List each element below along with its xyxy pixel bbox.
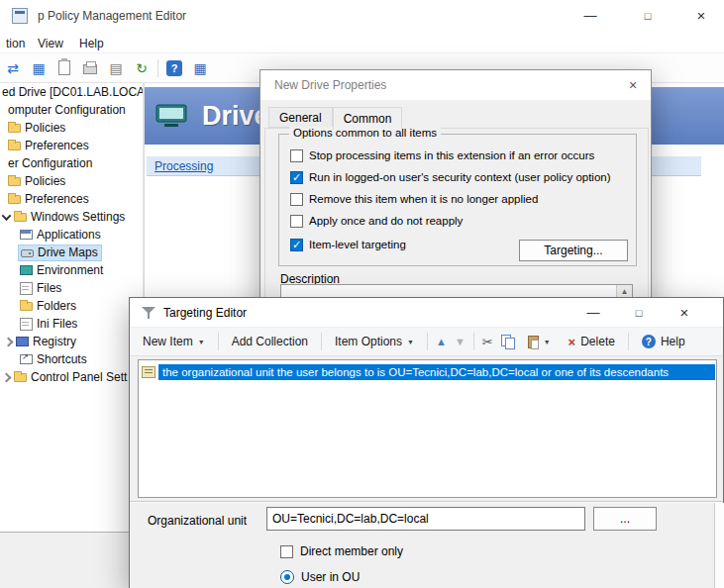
menu-action[interactable]: tion [0,35,31,52]
chevron-expanded-icon[interactable] [2,211,12,221]
maximize-button[interactable]: □ [624,298,654,328]
tree-item-label: Applications [37,228,101,242]
chevron-down-icon: ▼ [544,339,551,345]
dialog-titlebar[interactable]: Targeting Editor — □ × [130,298,723,328]
checkbox[interactable] [290,193,303,206]
navigation-arrows-icon[interactable]: ⇄ [3,58,23,78]
targeting-button[interactable]: Targeting... [519,240,628,261]
paste-button[interactable]: ▼ [523,333,556,351]
files-icon [20,282,33,295]
add-collection-label: Add Collection [232,335,308,348]
targeting-rule-row[interactable]: the organizational unit the user belongs… [142,363,715,381]
organizational-unit-input[interactable] [266,507,585,531]
tree-item-applications[interactable]: Applications [0,226,143,244]
export-list-icon[interactable]: ▦ [190,58,210,78]
cut-icon[interactable]: ✂ [482,335,493,349]
user-in-ou-option[interactable]: User in OU [280,570,360,584]
dialog-title: Targeting Editor [163,306,247,320]
registry-icon [16,337,29,346]
tree-item-windows-settings[interactable]: Windows Settings [0,208,143,226]
chevron-collapsed-icon[interactable] [4,337,14,346]
tree-item-files[interactable]: Files [0,279,143,297]
browse-ou-button[interactable]: ... [593,507,657,531]
add-collection-button[interactable]: Add Collection [227,332,313,351]
toolbar-separator [157,59,158,77]
tree-item-label: Ini Files [37,317,77,331]
folders-icon [20,302,33,311]
targeting-rules-list[interactable]: the organizational unit the user belongs… [138,359,717,498]
tree-item-user-configuration[interactable]: er Configuration [0,154,143,172]
tab-common[interactable]: Common [333,107,403,130]
tree-item-registry[interactable]: Registry [0,333,143,350]
radio-button[interactable] [280,570,294,584]
checkbox[interactable] [290,239,303,251]
tree-item-shortcuts[interactable]: Shortcuts [0,350,143,368]
rule-properties-panel: Organizational unit ... Direct member on… [130,503,723,588]
minimize-button[interactable]: — [568,0,613,32]
help-button[interactable]: ? Help [637,332,690,351]
tree-item-label: Drive Maps [38,245,98,259]
tree-item-label: Preferences [25,192,89,206]
folder-icon [8,195,21,204]
tree-item-computer-configuration[interactable]: omputer Configuration [0,101,143,119]
tree-item-drive-maps[interactable]: Drive Maps [0,244,143,261]
tree-item-label: Control Panel Sett [31,370,127,384]
checkbox[interactable] [290,171,303,184]
option-stop-processing[interactable]: Stop processing items in this extension … [290,148,594,162]
folder-icon [14,213,27,222]
refresh-icon[interactable]: ↻ [132,58,152,78]
tree-item-environment[interactable]: Environment [0,261,143,279]
close-button[interactable]: × [670,298,699,328]
bottom-panel-scrollbar[interactable] [714,503,724,588]
console-tree-icon[interactable]: ▦ [29,58,49,78]
minimize-button[interactable]: — [578,298,608,328]
option-item-level-targeting[interactable]: Item-level targeting [290,238,406,251]
tree-item-root[interactable]: ed Drive [DC01.LAB.LOCA [0,83,143,101]
console-tree: ed Drive [DC01.LAB.LOCA omputer Configur… [0,83,144,532]
help-icon[interactable]: ? [164,58,184,78]
shortcuts-icon [20,354,33,364]
clipboard-icon[interactable] [54,58,74,78]
checkbox[interactable] [290,149,303,162]
direct-member-only-option[interactable]: Direct member only [280,544,403,558]
option-apply-once[interactable]: Apply once and do not reapply [290,214,463,228]
option-remove-when-not-applied[interactable]: Remove this item when it is no longer ap… [290,192,538,206]
tab-general[interactable]: General [268,107,333,128]
checkbox[interactable] [280,545,293,558]
close-button[interactable]: × [678,0,724,32]
processing-link[interactable]: Processing [155,159,213,173]
tree-item-folders[interactable]: Folders [0,297,143,315]
targeting-editor-dialog: Targeting Editor — □ × New Item ▼ Add Co… [129,297,724,588]
checkbox-label: Apply once and do not reapply [309,215,463,227]
move-up-icon[interactable]: ▲ [436,336,447,347]
tree-item-policies-user[interactable]: Policies [0,172,143,190]
printer-icon[interactable] [80,58,100,78]
close-icon[interactable]: × [621,70,645,100]
tree-item-preferences[interactable]: Preferences [0,137,143,154]
delete-x-icon: × [569,335,576,349]
tree-item-preferences-user[interactable]: Preferences [0,190,143,208]
properties-icon[interactable]: ▤ [106,58,126,78]
item-options-button[interactable]: Item Options ▼ [330,332,419,351]
targeting-toolbar: New Item ▼ Add Collection Item Options ▼… [130,328,723,356]
targeting-rule-text[interactable]: the organizational unit the user belongs… [158,364,715,380]
chevron-collapsed-icon[interactable] [2,372,12,382]
copy-icon[interactable] [501,335,515,348]
dialog-title: New Drive Properties [274,78,386,92]
tree-item-policies[interactable]: Policies [0,119,143,137]
move-down-icon[interactable]: ▼ [455,336,465,347]
option-run-in-user-context[interactable]: Run in logged-on user's security context… [290,170,611,184]
dialog-titlebar[interactable]: New Drive Properties × [260,70,651,100]
menu-help[interactable]: Help [73,35,110,52]
maximize-button[interactable]: □ [625,0,671,32]
delete-label: Delete [580,335,615,348]
menu-view[interactable]: View [32,35,69,52]
toolbar-separator [321,333,322,350]
drive-maps-icon [21,249,34,257]
delete-button[interactable]: × Delete [564,332,620,352]
tree-item-control-panel-settings[interactable]: Control Panel Sett [0,368,143,386]
ini-files-icon [20,318,33,331]
tree-item-ini-files[interactable]: Ini Files [0,315,143,333]
checkbox[interactable] [290,215,303,228]
new-item-button[interactable]: New Item ▼ [138,332,210,351]
